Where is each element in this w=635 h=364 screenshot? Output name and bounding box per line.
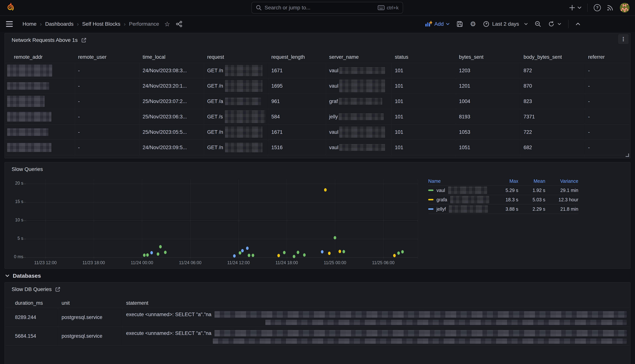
scatter-point[interactable] <box>239 251 241 254</box>
column-header[interactable]: statement <box>123 300 630 306</box>
column-header[interactable]: remote_user <box>75 54 140 60</box>
add-panel-button[interactable]: Add <box>425 21 450 27</box>
scatter-point[interactable] <box>401 250 404 254</box>
dashboard-settings-button[interactable]: ⚙ <box>470 21 476 28</box>
scatter-point[interactable] <box>321 250 324 254</box>
refresh-interval-chevron-icon[interactable] <box>558 23 561 25</box>
legend-name-prefix: jellyf <box>436 206 446 212</box>
column-header[interactable]: time_local <box>140 54 204 60</box>
cell-request-length: 1671 <box>268 63 326 78</box>
legend-series-name[interactable]: grafa <box>428 196 492 204</box>
scatter-point[interactable] <box>150 251 153 254</box>
scatter-point[interactable] <box>283 251 286 254</box>
scatter-point[interactable] <box>159 245 162 248</box>
scatter-point[interactable] <box>146 253 149 257</box>
column-header[interactable]: unit <box>58 300 123 306</box>
scatter-point[interactable] <box>164 251 167 254</box>
panel-resize-handle[interactable] <box>626 154 629 157</box>
column-header[interactable]: body_bytes_sent <box>520 54 585 60</box>
server-prefix: vaul <box>329 68 338 74</box>
collapse-toolbar-button[interactable] <box>576 22 580 26</box>
legend-header-variance[interactable]: Variance <box>545 178 578 184</box>
search-input[interactable]: Search or jump to... ctrl+k <box>252 2 403 14</box>
save-dashboard-button[interactable] <box>456 21 463 27</box>
zoom-out-time-button[interactable] <box>535 21 541 27</box>
x-axis-label: 11/24 12:00 <box>220 260 256 265</box>
scatter-point[interactable] <box>393 254 396 257</box>
time-range-picker[interactable]: Last 2 days <box>483 21 528 27</box>
scatter-point[interactable] <box>246 246 249 250</box>
table-row[interactable]: -24/Nov/2023:08:3...GET /n1671vaul101120… <box>5 63 630 78</box>
cell-body-bytes-sent: 7371 <box>520 109 585 124</box>
help-button[interactable]: ? <box>594 4 601 11</box>
request-prefix: GET /n <box>207 83 223 89</box>
panel-title[interactable]: Network Requests Above 1s <box>12 37 78 43</box>
breadcrumb-item[interactable]: Home <box>22 21 36 27</box>
table-row[interactable]: -25/Nov/2023:05:5...GET /n1671vaul101105… <box>5 124 630 140</box>
column-header[interactable]: duration_ms <box>5 300 58 306</box>
legend-header-name[interactable]: Name <box>428 178 492 184</box>
request-prefix: GET /a <box>207 98 223 104</box>
legend-header-max[interactable]: Max <box>492 178 518 184</box>
legend-row[interactable]: jellyf3.88 s2.29 s21.8 min <box>428 204 578 214</box>
legend-header-mean[interactable]: Mean <box>518 178 545 184</box>
news-rss-button[interactable] <box>607 4 614 11</box>
scatter-point[interactable] <box>303 253 306 257</box>
table-header-row: remote_addrremote_usertime_localrequestr… <box>5 52 630 63</box>
scatter-point[interactable] <box>293 255 295 258</box>
table-row[interactable]: -25/Nov/2023:07:2...GET /a961graf1011004… <box>5 94 630 109</box>
scatter-point[interactable] <box>248 254 250 257</box>
scatter-point[interactable] <box>342 250 345 253</box>
scatter-point[interactable] <box>397 252 400 255</box>
column-header[interactable]: referrer <box>585 54 630 60</box>
gridline-horizontal <box>27 184 418 184</box>
panel-title[interactable]: Slow DB Queries <box>12 286 52 292</box>
external-link-icon[interactable] <box>82 38 86 42</box>
legend-series-name[interactable]: vaul <box>428 186 492 194</box>
gridline-horizontal <box>27 202 418 202</box>
redacted-blur <box>7 64 52 76</box>
cell-unit: postgresql.service <box>58 308 123 326</box>
table-row[interactable]: -25/Nov/2023:06:3...GET /s584jelly101819… <box>5 109 630 124</box>
table-row[interactable]: -24/Nov/2023:09:5...GET /n1516vaul101105… <box>5 140 630 155</box>
legend-series-name[interactable]: jellyf <box>428 205 492 213</box>
table-row[interactable]: 5684.154postgresql.serviceexecute <unnam… <box>5 327 630 346</box>
scatter-point[interactable] <box>143 254 146 257</box>
avatar[interactable] <box>620 3 630 13</box>
top-navbar: Search or jump to... ctrl+k ? <box>0 0 635 16</box>
scatter-point[interactable] <box>241 249 244 252</box>
scatter-point[interactable] <box>328 252 331 255</box>
menu-toggle-button[interactable] <box>6 21 13 27</box>
scatter-point[interactable] <box>277 254 280 257</box>
scatter-point[interactable] <box>233 254 236 258</box>
column-header[interactable]: server_name <box>326 54 392 60</box>
breadcrumb-item[interactable]: Self Host Blocks <box>82 21 120 27</box>
favorite-star-button[interactable]: ☆ <box>164 21 170 27</box>
scatter-point[interactable] <box>324 188 327 192</box>
panel-menu-button[interactable]: ⋮ <box>618 34 628 44</box>
column-header[interactable]: bytes_sent <box>456 54 520 60</box>
new-button[interactable] <box>569 5 581 10</box>
slow-db-queries-table: duration_msunitstatement 8289.244postgre… <box>5 298 630 346</box>
legend-row[interactable]: vaul5.29 s1.92 s29.1 min <box>428 186 578 195</box>
table-row[interactable]: 8289.244postgresql.serviceexecute <unnam… <box>5 308 630 327</box>
section-databases[interactable]: Databases <box>5 270 41 281</box>
scatter-point[interactable] <box>252 254 254 257</box>
breadcrumb-item[interactable]: Dashboards <box>45 21 74 27</box>
breadcrumb-item[interactable]: Performance <box>129 21 159 27</box>
table-row[interactable]: -24/Nov/2023:20:1...GET /n1695vaul101120… <box>5 78 630 94</box>
redacted-blur <box>339 67 385 74</box>
scatter-point[interactable] <box>338 250 341 253</box>
column-header[interactable]: remote_addr <box>5 54 75 60</box>
column-header[interactable]: status <box>392 54 456 60</box>
x-axis-label: 11/23 12:00 <box>28 260 64 265</box>
scatter-point[interactable] <box>157 252 159 256</box>
scatter-point[interactable] <box>297 251 299 254</box>
refresh-button[interactable] <box>548 21 554 27</box>
external-link-icon[interactable] <box>55 287 60 292</box>
grafana-logo-icon[interactable] <box>5 2 15 13</box>
column-header[interactable]: request_length <box>268 54 326 60</box>
share-button[interactable] <box>176 21 182 27</box>
legend-row[interactable]: grafa18.3 s5.03 s12.3 hour <box>428 195 578 204</box>
column-header[interactable]: request <box>204 54 268 60</box>
